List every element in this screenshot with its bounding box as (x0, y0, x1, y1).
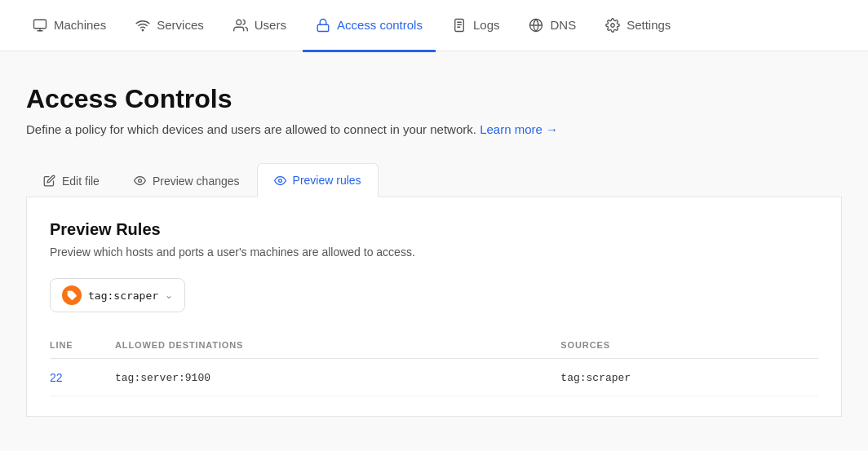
svg-rect-0 (34, 20, 46, 29)
chevron-down-icon: ⌄ (165, 290, 173, 301)
nav-label-access-controls: Access controls (337, 18, 423, 32)
destination-value: tag:server:9100 (115, 372, 210, 384)
table-body: 22 tag:server:9100 tag:scraper (50, 359, 818, 396)
top-navigation: Machines Services Users (0, 0, 868, 51)
page-title: Access Controls (26, 84, 842, 114)
page-description-text: Define a policy for which devices and us… (26, 122, 476, 136)
svg-point-3 (142, 29, 144, 31)
column-header-sources: SOURCES (560, 332, 818, 359)
tab-edit-file-label: Edit file (62, 175, 100, 188)
eye-preview-changes-icon (134, 175, 146, 187)
nav-label-dns: DNS (550, 18, 576, 32)
nav-item-machines[interactable]: Machines (20, 1, 119, 52)
cell-source: tag:scraper (560, 359, 818, 396)
tag-selector-label: tag:scraper (88, 290, 158, 302)
cell-destination: tag:server:9100 (115, 359, 560, 396)
tab-preview-changes-label: Preview changes (153, 175, 240, 188)
lock-icon (316, 18, 330, 33)
users-icon (233, 18, 248, 33)
column-header-destinations: ALLOWED DESTINATIONS (115, 332, 560, 359)
nav-label-machines: Machines (54, 18, 106, 32)
tab-panel-preview-rules: Preview Rules Preview which hosts and po… (26, 197, 842, 417)
services-icon (135, 18, 150, 33)
machines-icon (33, 18, 47, 33)
logs-icon (452, 18, 467, 33)
rules-table: LINE ALLOWED DESTINATIONS SOURCES 22 tag… (50, 332, 818, 396)
nav-item-dns[interactable]: DNS (516, 1, 589, 52)
svg-point-12 (611, 23, 615, 27)
tab-preview-rules[interactable]: Preview rules (257, 163, 379, 197)
main-content: Access Controls Define a policy for whic… (0, 51, 868, 443)
tab-preview-changes[interactable]: Preview changes (117, 163, 257, 197)
nav-item-logs[interactable]: Logs (439, 1, 513, 52)
page-description: Define a policy for which devices and us… (26, 122, 842, 136)
panel-description: Preview which hosts and ports a user's m… (50, 245, 818, 259)
settings-icon (605, 18, 620, 33)
source-value: tag:scraper (560, 372, 631, 384)
nav-item-access-controls[interactable]: Access controls (303, 1, 436, 52)
tag-selector-dropdown[interactable]: tag:scraper ⌄ (50, 278, 185, 312)
learn-more-link[interactable]: Learn more → (480, 122, 558, 136)
tab-preview-rules-label: Preview rules (293, 174, 361, 187)
dns-icon (529, 18, 543, 33)
table-row: 22 tag:server:9100 tag:scraper (50, 359, 818, 396)
column-header-line: LINE (50, 332, 115, 359)
svg-point-13 (139, 179, 142, 183)
svg-point-4 (236, 20, 241, 24)
cell-line: 22 (50, 359, 115, 396)
svg-point-14 (278, 179, 281, 182)
nav-item-users[interactable]: Users (220, 1, 299, 52)
nav-label-logs: Logs (473, 18, 500, 32)
tab-bar: Edit file Preview changes Preview rules (26, 162, 842, 197)
table-header: LINE ALLOWED DESTINATIONS SOURCES (50, 332, 818, 359)
edit-icon (43, 175, 55, 187)
nav-item-settings[interactable]: Settings (592, 1, 684, 52)
tag-icon (62, 285, 82, 305)
svg-rect-6 (455, 19, 464, 31)
nav-label-users: Users (255, 18, 286, 32)
svg-rect-5 (317, 24, 329, 31)
line-number: 22 (50, 371, 63, 384)
panel-title: Preview Rules (50, 220, 818, 239)
nav-label-services: Services (157, 18, 204, 32)
eye-preview-rules-icon (274, 175, 286, 187)
nav-item-services[interactable]: Services (122, 1, 217, 52)
tab-edit-file[interactable]: Edit file (26, 163, 117, 197)
nav-label-settings: Settings (627, 18, 671, 32)
